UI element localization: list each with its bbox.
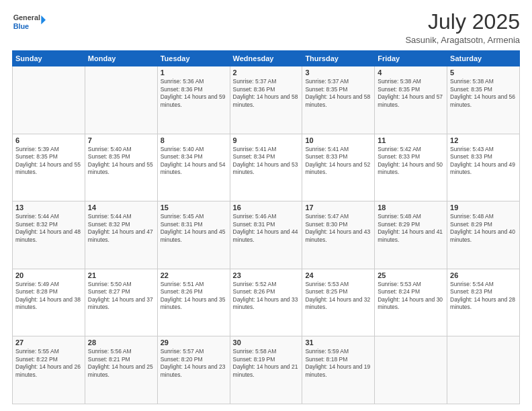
calendar-cell: 14 Sunrise: 5:44 AMSunset: 8:32 PMDaylig… <box>85 201 157 269</box>
header-friday: Friday <box>375 51 447 66</box>
calendar-cell: 10 Sunrise: 5:41 AMSunset: 8:33 PMDaylig… <box>302 134 375 201</box>
day-number: 12 <box>450 136 517 144</box>
day-number: 24 <box>305 271 371 279</box>
day-detail: Sunrise: 5:53 AMSunset: 8:25 PMDaylight:… <box>305 281 371 312</box>
header-thursday: Thursday <box>302 51 375 66</box>
day-detail: Sunrise: 5:53 AMSunset: 8:24 PMDaylight:… <box>378 281 444 312</box>
calendar-cell: 13 Sunrise: 5:44 AMSunset: 8:32 PMDaylig… <box>13 201 85 269</box>
day-detail: Sunrise: 5:58 AMSunset: 8:19 PMDaylight:… <box>233 348 300 379</box>
calendar-cell: 12 Sunrise: 5:43 AMSunset: 8:33 PMDaylig… <box>447 134 520 201</box>
calendar-cell: 28 Sunrise: 5:56 AMSunset: 8:21 PMDaylig… <box>85 336 157 404</box>
header-monday: Monday <box>85 51 157 66</box>
day-detail: Sunrise: 5:56 AMSunset: 8:21 PMDaylight:… <box>88 348 154 379</box>
logo: General Blue <box>12 10 46 34</box>
day-detail: Sunrise: 5:40 AMSunset: 8:35 PMDaylight:… <box>88 146 154 177</box>
calendar-cell: 27 Sunrise: 5:55 AMSunset: 8:22 PMDaylig… <box>13 336 85 404</box>
calendar-cell: 6 Sunrise: 5:39 AMSunset: 8:35 PMDayligh… <box>13 134 85 201</box>
day-detail: Sunrise: 5:44 AMSunset: 8:32 PMDaylight:… <box>88 213 154 244</box>
logo-svg: General Blue <box>12 10 46 34</box>
day-detail: Sunrise: 5:48 AMSunset: 8:29 PMDaylight:… <box>450 213 517 244</box>
calendar-cell: 16 Sunrise: 5:46 AMSunset: 8:31 PMDaylig… <box>230 201 302 269</box>
day-number: 7 <box>88 136 154 144</box>
subtitle: Sasunik, Aragatsotn, Armenia <box>405 35 520 45</box>
day-number: 13 <box>15 203 82 212</box>
calendar-cell: 7 Sunrise: 5:40 AMSunset: 8:35 PMDayligh… <box>85 134 157 201</box>
day-detail: Sunrise: 5:52 AMSunset: 8:26 PMDaylight:… <box>233 281 300 312</box>
calendar-table: Sunday Monday Tuesday Wednesday Thursday… <box>12 50 520 404</box>
day-detail: Sunrise: 5:54 AMSunset: 8:23 PMDaylight:… <box>450 281 517 312</box>
day-number: 8 <box>161 136 227 144</box>
day-number: 30 <box>233 338 300 347</box>
day-detail: Sunrise: 5:39 AMSunset: 8:35 PMDaylight:… <box>15 146 82 177</box>
svg-marker-2 <box>41 15 46 24</box>
header-wednesday: Wednesday <box>230 51 302 66</box>
day-number: 20 <box>15 271 82 279</box>
header-saturday: Saturday <box>447 51 520 66</box>
day-detail: Sunrise: 5:51 AMSunset: 8:26 PMDaylight:… <box>161 281 227 312</box>
day-detail: Sunrise: 5:38 AMSunset: 8:35 PMDaylight:… <box>450 78 517 109</box>
calendar-cell: 30 Sunrise: 5:58 AMSunset: 8:19 PMDaylig… <box>230 336 302 404</box>
calendar-cell: 31 Sunrise: 5:59 AMSunset: 8:18 PMDaylig… <box>302 336 375 404</box>
day-number: 28 <box>88 338 154 347</box>
calendar-cell: 17 Sunrise: 5:47 AMSunset: 8:30 PMDaylig… <box>302 201 375 269</box>
header: General Blue July 2025 Sasunik, Aragatso… <box>12 10 520 45</box>
day-detail: Sunrise: 5:43 AMSunset: 8:33 PMDaylight:… <box>450 146 517 177</box>
header-tuesday: Tuesday <box>157 51 230 66</box>
day-number: 23 <box>233 271 300 279</box>
calendar-cell: 22 Sunrise: 5:51 AMSunset: 8:26 PMDaylig… <box>157 269 230 336</box>
title-block: July 2025 Sasunik, Aragatsotn, Armenia <box>405 10 520 45</box>
week-row-2: 6 Sunrise: 5:39 AMSunset: 8:35 PMDayligh… <box>13 134 520 201</box>
day-number: 6 <box>15 136 82 144</box>
week-row-1: 1 Sunrise: 5:36 AMSunset: 8:36 PMDayligh… <box>13 66 520 134</box>
calendar-cell: 11 Sunrise: 5:42 AMSunset: 8:33 PMDaylig… <box>375 134 447 201</box>
calendar-cell: 15 Sunrise: 5:45 AMSunset: 8:31 PMDaylig… <box>157 201 230 269</box>
week-row-5: 27 Sunrise: 5:55 AMSunset: 8:22 PMDaylig… <box>13 336 520 404</box>
day-number: 21 <box>88 271 154 279</box>
day-number: 15 <box>161 203 227 212</box>
calendar-cell <box>375 336 447 404</box>
calendar-cell <box>13 66 85 134</box>
day-detail: Sunrise: 5:45 AMSunset: 8:31 PMDaylight:… <box>161 213 227 244</box>
calendar-cell: 25 Sunrise: 5:53 AMSunset: 8:24 PMDaylig… <box>375 269 447 336</box>
day-detail: Sunrise: 5:42 AMSunset: 8:33 PMDaylight:… <box>378 146 444 177</box>
calendar-cell: 20 Sunrise: 5:49 AMSunset: 8:28 PMDaylig… <box>13 269 85 336</box>
svg-text:Blue: Blue <box>13 22 29 30</box>
day-detail: Sunrise: 5:47 AMSunset: 8:30 PMDaylight:… <box>305 213 371 244</box>
week-row-3: 13 Sunrise: 5:44 AMSunset: 8:32 PMDaylig… <box>13 201 520 269</box>
day-number: 9 <box>233 136 300 144</box>
day-number: 14 <box>88 203 154 212</box>
calendar-cell: 5 Sunrise: 5:38 AMSunset: 8:35 PMDayligh… <box>447 66 520 134</box>
day-detail: Sunrise: 5:37 AMSunset: 8:36 PMDaylight:… <box>233 78 300 109</box>
week-row-4: 20 Sunrise: 5:49 AMSunset: 8:28 PMDaylig… <box>13 269 520 336</box>
calendar-cell: 21 Sunrise: 5:50 AMSunset: 8:27 PMDaylig… <box>85 269 157 336</box>
day-number: 27 <box>15 338 82 347</box>
calendar-cell: 3 Sunrise: 5:37 AMSunset: 8:35 PMDayligh… <box>302 66 375 134</box>
day-number: 10 <box>305 136 371 144</box>
calendar-cell: 9 Sunrise: 5:41 AMSunset: 8:34 PMDayligh… <box>230 134 302 201</box>
day-number: 25 <box>378 271 444 279</box>
day-number: 18 <box>378 203 444 212</box>
calendar-cell: 18 Sunrise: 5:48 AMSunset: 8:29 PMDaylig… <box>375 201 447 269</box>
day-number: 3 <box>305 68 371 77</box>
day-number: 2 <box>233 68 300 77</box>
day-detail: Sunrise: 5:41 AMSunset: 8:33 PMDaylight:… <box>305 146 371 177</box>
calendar-cell: 19 Sunrise: 5:48 AMSunset: 8:29 PMDaylig… <box>447 201 520 269</box>
day-detail: Sunrise: 5:38 AMSunset: 8:35 PMDaylight:… <box>378 78 444 109</box>
header-sunday: Sunday <box>13 51 85 66</box>
day-number: 11 <box>378 136 444 144</box>
calendar-cell: 8 Sunrise: 5:40 AMSunset: 8:34 PMDayligh… <box>157 134 230 201</box>
day-detail: Sunrise: 5:40 AMSunset: 8:34 PMDaylight:… <box>161 146 227 177</box>
day-number: 17 <box>305 203 371 212</box>
day-number: 5 <box>450 68 517 77</box>
day-detail: Sunrise: 5:49 AMSunset: 8:28 PMDaylight:… <box>15 281 82 312</box>
weekday-header-row: Sunday Monday Tuesday Wednesday Thursday… <box>13 51 520 66</box>
day-number: 16 <box>233 203 300 212</box>
calendar-cell: 4 Sunrise: 5:38 AMSunset: 8:35 PMDayligh… <box>375 66 447 134</box>
calendar-cell: 2 Sunrise: 5:37 AMSunset: 8:36 PMDayligh… <box>230 66 302 134</box>
day-number: 29 <box>161 338 227 347</box>
day-number: 4 <box>378 68 444 77</box>
day-detail: Sunrise: 5:55 AMSunset: 8:22 PMDaylight:… <box>15 348 82 379</box>
calendar-cell: 1 Sunrise: 5:36 AMSunset: 8:36 PMDayligh… <box>157 66 230 134</box>
calendar-cell: 23 Sunrise: 5:52 AMSunset: 8:26 PMDaylig… <box>230 269 302 336</box>
logo-inner: General Blue <box>12 10 46 34</box>
